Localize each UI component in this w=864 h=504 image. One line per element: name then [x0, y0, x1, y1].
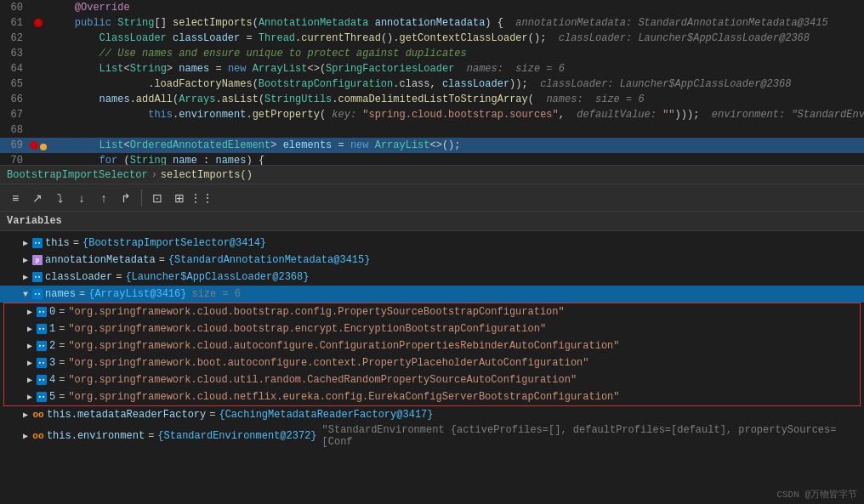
expand-this[interactable] [19, 236, 32, 250]
breadcrumb-class[interactable]: BootstrapImportSelector [7, 169, 148, 181]
names-children-box: ▪▪ 0 = "org.springframework.cloud.bootst… [3, 303, 861, 406]
var-icon-this: ▪▪ [32, 238, 43, 248]
expand-names-3[interactable] [23, 356, 37, 370]
var-icon-environment: oo [32, 430, 44, 442]
var-icon-names-5: ▪▪ [37, 392, 47, 402]
expand-names[interactable] [19, 287, 32, 301]
run-to-cursor-button[interactable]: ↱ [116, 188, 136, 208]
var-names-4[interactable]: ▪▪ 4 = "org.springframework.cloud.util.r… [4, 371, 860, 388]
var-names-1[interactable]: ▪▪ 1 = "org.springframework.cloud.bootst… [4, 320, 860, 337]
expand-names-5[interactable] [23, 390, 37, 404]
expand-metadatareaderfactory[interactable] [19, 408, 32, 422]
var-icon-annotationmetadata: p [32, 255, 43, 265]
var-icon-names-1: ▪▪ [37, 324, 47, 334]
expand-environment[interactable] [19, 429, 32, 443]
variable-tree: ▪▪ this = {BootstrapImportSelector@3414}… [0, 231, 864, 452]
step-into-button[interactable]: ↓ [71, 188, 92, 208]
code-line-70: 70 for (String name : names) { [0, 153, 864, 166]
expand-names-0[interactable] [23, 305, 37, 319]
var-names-5[interactable]: ▪▪ 5 = "org.springframework.cloud.netfli… [4, 388, 860, 405]
step-over-button[interactable]: ⤵ [49, 188, 70, 208]
code-line-68: 68 [0, 122, 864, 138]
expand-annotationmetadata[interactable] [19, 253, 32, 267]
table-view-button[interactable]: ⊞ [169, 188, 190, 208]
expand-names-2[interactable] [23, 339, 37, 353]
code-line-66: 66 names.addAll(Arrays.asList(StringUtil… [0, 92, 864, 107]
var-this[interactable]: ▪▪ this = {BootstrapImportSelector@3414} [0, 235, 864, 252]
code-line-63: 63 // Use names and ensure unique to pro… [0, 46, 864, 61]
evaluate-button[interactable]: ⊡ [147, 188, 168, 208]
breakpoint-icon-2 [30, 141, 38, 150]
var-icon-names-4: ▪▪ [37, 375, 47, 385]
var-names-2[interactable]: ▪▪ 2 = "org.springframework.cloud.autoco… [4, 337, 860, 354]
watermark: CSDN @万物皆字节 [776, 488, 857, 501]
code-line-67: 67 this.environment.getProperty( key: "s… [0, 107, 864, 122]
breadcrumb: BootstrapImportSelector › selectImports(… [0, 166, 864, 184]
variables-panel: Variables ▪▪ this = {BootstrapImportSele… [0, 212, 864, 504]
var-annotationmetadata[interactable]: p annotationMetadata = {StandardAnnotati… [0, 252, 864, 269]
var-names-3[interactable]: ▪▪ 3 = "org.springframework.boot.autocon… [4, 354, 860, 371]
code-line-62: 62 ClassLoader classLoader = Thread.curr… [0, 31, 864, 46]
var-environment[interactable]: oo this.environment = {StandardEnvironme… [0, 423, 864, 449]
var-metadatareaderfactory[interactable]: oo this.metadataReaderFactory = {Caching… [0, 406, 864, 423]
step-out-button[interactable]: ↑ [94, 188, 114, 208]
breakpoint-icon [34, 19, 43, 27]
var-classloader[interactable]: ▪▪ classLoader = {Launcher$AppClassLoade… [0, 269, 864, 286]
var-icon-names: ▪▪ [32, 289, 43, 299]
var-names-0[interactable]: ▪▪ 0 = "org.springframework.cloud.bootst… [4, 303, 860, 320]
var-icon-metadatareaderfactory: oo [32, 409, 44, 421]
toggle-frames-button[interactable]: ≡ [5, 188, 26, 208]
panel-title: Variables [0, 212, 864, 231]
code-line-64: 64 List<String> names = new ArrayList<>(… [0, 61, 864, 76]
var-icon-names-2: ▪▪ [37, 341, 47, 351]
bookmark-icon [40, 144, 47, 150]
var-icon-names-0: ▪▪ [37, 307, 47, 317]
expand-names-1[interactable] [23, 322, 37, 336]
expand-names-4[interactable] [23, 373, 37, 387]
code-editor: 60 @Override 61 public String[] selectIm… [0, 0, 864, 166]
code-line-61: 61 public String[] selectImports(Annotat… [0, 15, 864, 31]
var-icon-classloader: ▪▪ [32, 272, 43, 282]
var-names[interactable]: ▪▪ names = {ArrayList@3416} size = 6 [0, 286, 864, 303]
var-icon-names-3: ▪▪ [37, 358, 47, 368]
code-line-60: 60 @Override [0, 0, 864, 15]
breadcrumb-method[interactable]: selectImports() [161, 169, 253, 181]
restore-button[interactable]: ↗ [27, 188, 48, 208]
debug-toolbar: ≡ ↗ ⤵ ↓ ↑ ↱ ⊡ ⊞ ⋮⋮ [0, 184, 864, 212]
expand-classloader[interactable] [19, 270, 32, 284]
more-options-button[interactable]: ⋮⋮ [191, 188, 212, 208]
code-line-69: 69 List<OrderedAnnotatedElement> element… [0, 138, 864, 153]
code-line-65: 65 .loadFactoryNames(BootstrapConfigurat… [0, 76, 864, 92]
